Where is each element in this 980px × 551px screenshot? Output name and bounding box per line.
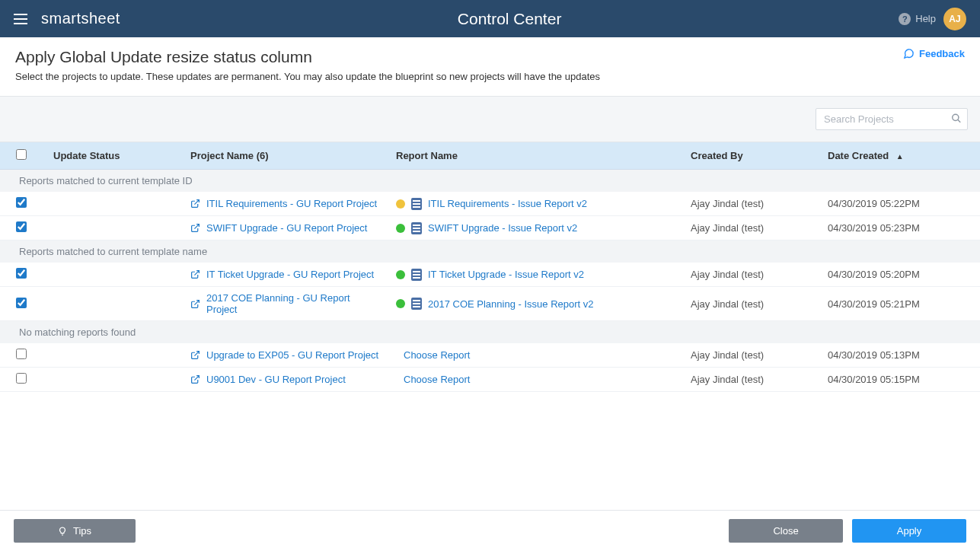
table-row: 2017 COE Planning - GU Report Project 20… xyxy=(0,287,980,321)
group-label: Reports matched to current template ID xyxy=(0,170,980,193)
created-by: Ajay Jindal (test) xyxy=(683,287,820,321)
project-link[interactable]: 2017 COE Planning - GU Report Project xyxy=(206,292,381,315)
brand-logo[interactable]: smartsheet xyxy=(41,10,120,27)
open-project-icon[interactable] xyxy=(190,299,200,309)
search-strip xyxy=(0,97,980,142)
page-subtitle: Select the projects to update. These upd… xyxy=(15,71,600,82)
status-dot-icon xyxy=(396,224,405,233)
help-link[interactable]: ? Help xyxy=(899,13,936,25)
header-report-name[interactable]: Report Name xyxy=(388,142,683,170)
projects-table: Update Status Project Name (6) Report Na… xyxy=(0,142,980,392)
page-title: Apply Global Update resize status column xyxy=(15,48,600,66)
row-checkbox[interactable] xyxy=(16,221,27,232)
open-project-icon[interactable] xyxy=(190,223,200,233)
row-checkbox[interactable] xyxy=(16,349,27,359)
group-header: No matching reports found xyxy=(0,321,980,344)
header-checkbox-col xyxy=(0,142,42,170)
choose-report-link[interactable]: Choose Report xyxy=(396,374,470,385)
row-checkbox[interactable] xyxy=(16,197,27,208)
table-row: SWIFT Upgrade - GU Report Project SWIFT … xyxy=(0,216,980,240)
open-project-icon[interactable] xyxy=(190,269,200,279)
sheet-icon xyxy=(411,222,422,234)
help-label: Help xyxy=(915,13,936,24)
svg-line-5 xyxy=(194,300,199,304)
group-label: Reports matched to current template name xyxy=(0,240,980,263)
tips-button[interactable]: Tips xyxy=(14,519,136,543)
search-box xyxy=(816,108,968,130)
table-row: ITIL Requirements - GU Report Project IT… xyxy=(0,192,980,216)
projects-table-wrap: Update Status Project Name (6) Report Na… xyxy=(0,142,980,510)
svg-line-7 xyxy=(194,376,199,381)
svg-line-2 xyxy=(194,200,199,205)
help-icon: ? xyxy=(899,13,911,25)
project-link[interactable]: IT Ticket Upgrade - GU Report Project xyxy=(206,269,374,280)
choose-report-link[interactable]: Choose Report xyxy=(396,349,470,361)
table-row: IT Ticket Upgrade - GU Report Project IT… xyxy=(0,263,980,287)
date-created: 04/30/2019 05:23PM xyxy=(820,216,980,240)
open-project-icon[interactable] xyxy=(190,350,200,360)
search-icon[interactable] xyxy=(951,113,962,126)
created-by: Ajay Jindal (test) xyxy=(683,368,820,392)
report-link[interactable]: ITIL Requirements - Issue Report v2 xyxy=(428,198,587,209)
date-created: 04/30/2019 05:20PM xyxy=(820,263,980,287)
header-date-created-label: Date Created xyxy=(828,150,889,161)
project-link[interactable]: Upgrade to EXP05 - GU Report Project xyxy=(206,349,378,361)
report-link[interactable]: SWIFT Upgrade - Issue Report v2 xyxy=(428,222,577,234)
header-project-name[interactable]: Project Name (6) xyxy=(183,142,388,170)
date-created: 04/30/2019 05:21PM xyxy=(820,287,980,321)
date-created: 04/30/2019 05:22PM xyxy=(820,192,980,216)
project-link[interactable]: ITIL Requirements - GU Report Project xyxy=(206,198,377,209)
select-all-checkbox[interactable] xyxy=(16,149,27,160)
feedback-label: Feedback xyxy=(919,48,965,59)
avatar[interactable]: AJ xyxy=(943,8,966,30)
row-checkbox[interactable] xyxy=(16,298,27,308)
apply-button[interactable]: Apply xyxy=(852,519,966,543)
app-title: Control Center xyxy=(120,10,899,28)
group-header: Reports matched to current template ID xyxy=(0,170,980,193)
chat-icon xyxy=(903,48,915,59)
sort-caret-icon: ▲ xyxy=(896,152,904,161)
sheet-icon xyxy=(411,298,422,310)
svg-line-4 xyxy=(194,271,199,276)
close-button[interactable]: Close xyxy=(729,519,843,543)
header-update-status[interactable]: Update Status xyxy=(42,142,183,170)
top-nav: smartsheet Control Center ? Help AJ xyxy=(0,0,980,37)
created-by: Ajay Jindal (test) xyxy=(683,192,820,216)
svg-line-6 xyxy=(194,352,199,356)
group-header: Reports matched to current template name xyxy=(0,240,980,263)
report-link[interactable]: 2017 COE Planning - Issue Report v2 xyxy=(428,298,594,310)
date-created: 04/30/2019 05:15PM xyxy=(820,368,980,392)
status-dot-icon xyxy=(396,199,405,209)
created-by: Ajay Jindal (test) xyxy=(683,216,820,240)
open-project-icon[interactable] xyxy=(190,199,200,209)
row-checkbox[interactable] xyxy=(16,373,27,384)
group-label: No matching reports found xyxy=(0,321,980,344)
date-created: 04/30/2019 05:13PM xyxy=(820,343,980,368)
header-created-by[interactable]: Created By xyxy=(683,142,820,170)
search-input[interactable] xyxy=(816,108,968,130)
project-link[interactable]: U9001 Dev - GU Report Project xyxy=(206,374,346,385)
svg-point-0 xyxy=(953,114,959,120)
svg-line-3 xyxy=(194,225,199,229)
sheet-icon xyxy=(411,198,422,210)
created-by: Ajay Jindal (test) xyxy=(683,263,820,287)
status-dot-icon xyxy=(396,299,405,308)
menu-icon[interactable] xyxy=(14,14,27,24)
svg-line-1 xyxy=(958,119,961,123)
lightbulb-icon xyxy=(58,526,67,537)
footer-bar: Tips Close Apply xyxy=(0,510,980,551)
page-header: Apply Global Update resize status column… xyxy=(0,37,980,97)
row-checkbox[interactable] xyxy=(16,268,27,279)
created-by: Ajay Jindal (test) xyxy=(683,343,820,368)
status-dot-icon xyxy=(396,270,405,279)
open-project-icon[interactable] xyxy=(190,374,200,384)
feedback-link[interactable]: Feedback xyxy=(903,48,965,59)
header-date-created[interactable]: Date Created ▲ xyxy=(820,142,980,170)
sheet-icon xyxy=(411,269,422,281)
table-row: U9001 Dev - GU Report Project Choose Rep… xyxy=(0,368,980,392)
tips-label: Tips xyxy=(73,525,91,537)
report-link[interactable]: IT Ticket Upgrade - Issue Report v2 xyxy=(428,269,584,280)
table-row: Upgrade to EXP05 - GU Report Project Cho… xyxy=(0,343,980,368)
project-link[interactable]: SWIFT Upgrade - GU Report Project xyxy=(206,222,367,234)
